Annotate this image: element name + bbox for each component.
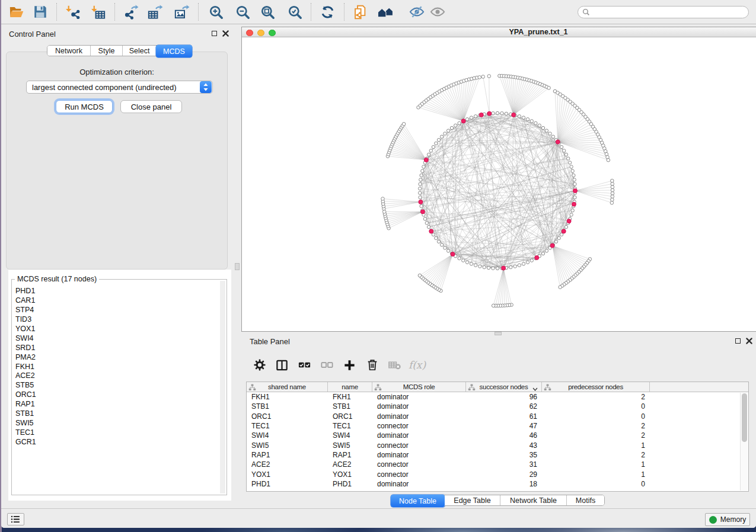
app-window: Control Panel NetworkStyleSelectMCDS Opt… [1,0,756,528]
table-scrollbar-thumb[interactable] [742,393,747,442]
show-hidden-eye-icon[interactable] [426,2,449,21]
table-row[interactable]: ORC1ORC1dominator610 [247,412,748,421]
vertical-splitter-handle[interactable] [235,263,240,270]
add-column-icon[interactable] [343,358,356,372]
tab-select[interactable]: Select [123,46,157,56]
tab-edge-table[interactable]: Edge Table [445,495,500,505]
mcds-result-item[interactable]: PMA2 [13,353,220,363]
mcds-result-item[interactable]: YOX1 [13,325,220,334]
select-all-rows-icon[interactable] [298,358,311,372]
mcds-result-item[interactable]: PHD1 [13,287,220,296]
window-close-traffic-light[interactable] [246,30,253,37]
column-header-MCDS-role[interactable]: MCDS role [372,382,466,392]
export-image-icon[interactable] [170,2,193,21]
mcds-result-item[interactable]: GCR1 [13,438,220,447]
tab-network[interactable]: Network [47,46,91,56]
import-table-icon[interactable] [87,2,110,21]
export-network-icon[interactable] [119,2,143,21]
function-builder-icon[interactable]: f(x) [410,358,424,372]
mcds-result-item[interactable]: STB1 [13,409,220,419]
import-network-icon[interactable] [60,2,84,21]
column-type-icon [468,384,476,392]
window-maximize-traffic-light[interactable] [269,30,276,37]
mcds-result-item[interactable]: TEC1 [13,428,220,438]
mcds-list-scrollbar[interactable] [220,281,225,493]
network-view-titlebar[interactable]: YPA_prune.txt_1 [242,27,756,37]
table-row[interactable]: YOX1YOX1connector291 [247,470,748,479]
toolbar-separator [311,3,311,21]
mcds-result-item[interactable]: CAR1 [13,296,220,306]
save-session-icon[interactable] [28,2,52,21]
column-header-predecessor-nodes[interactable]: predecessor nodes [542,382,650,392]
close-table-panel-icon[interactable] [746,338,752,344]
cell-MCDS-role: dominator [372,392,466,402]
open-folder-icon[interactable] [5,2,28,21]
mcds-result-item[interactable]: RAP1 [13,400,220,409]
mcds-result-item[interactable]: STP4 [13,306,220,315]
column-header-shared-name[interactable]: shared name [247,382,328,392]
table-row[interactable]: SWI4SWI4dominator462 [247,431,748,440]
table-row[interactable]: TEC1TEC1connector472 [247,421,748,431]
show-panels-list-button[interactable] [7,513,24,525]
table-row[interactable]: ACE2ACE2connector311 [247,460,748,469]
network-view-title: YPA_prune.txt_1 [509,28,567,36]
cell-predecessor-nodes: 1 [542,441,650,450]
toggle-column-view-icon[interactable] [275,358,289,372]
tab-style[interactable]: Style [91,46,123,56]
table-scrollbar[interactable] [740,393,748,491]
close-panel-button[interactable]: Close panel [120,100,182,113]
cell-successor-nodes: 62 [466,402,542,411]
mcds-result-item[interactable]: SWI5 [13,419,220,428]
window-minimize-traffic-light[interactable] [257,30,264,37]
float-panel-icon[interactable] [212,31,217,36]
memory-button[interactable]: Memory [705,513,750,526]
cell-shared-name: PHD1 [247,479,328,489]
table-row[interactable]: SWI5SWI5connector431 [247,441,748,450]
cell-MCDS-role: dominator [372,431,466,440]
search-input[interactable] [592,8,748,17]
mcds-result-item[interactable]: SRD1 [13,344,220,353]
delete-table-icon[interactable] [388,358,401,372]
table-row[interactable]: STB1STB1dominator620 [247,402,748,411]
run-mcds-button[interactable]: Run MCDS [56,100,113,113]
mcds-result-item[interactable]: TID3 [13,315,220,325]
table-panel: Table Panel [241,336,756,508]
delete-column-trash-icon[interactable] [365,358,379,372]
zoom-selected-icon[interactable] [283,2,307,21]
mcds-result-group-title: MCDS result (17 nodes) [15,275,99,283]
mcds-result-item[interactable]: FKH1 [13,363,220,372]
mcds-result-item[interactable]: SWI4 [13,334,220,344]
table-row[interactable]: RAP1RAP1dominator352 [247,450,748,460]
table-row[interactable]: FKH1FKH1dominator962 [247,392,748,402]
zoom-out-icon[interactable] [231,2,254,21]
zoom-fit-icon[interactable] [256,2,280,21]
tab-node-table[interactable]: Node Table [391,495,445,507]
show-all-networks-icon[interactable] [374,2,397,21]
cell-successor-nodes: 29 [466,470,542,479]
settings-gear-icon[interactable] [253,358,266,372]
column-header-name[interactable]: name [328,382,372,392]
table-row[interactable]: PHD1PHD1dominator180 [247,479,748,489]
hide-selected-eye-slash-icon[interactable] [405,2,429,21]
mcds-result-item[interactable]: ORC1 [13,390,220,400]
zoom-in-icon[interactable] [204,2,228,21]
status-bar: Memory [1,508,756,528]
mcds-result-list[interactable]: PHD1CAR1STP4TID3YOX1SWI4SRD1PMA2FKH1ACE2… [13,287,220,493]
close-panel-icon[interactable] [222,30,229,37]
network-canvas[interactable] [242,37,756,331]
horizontal-splitter-handle[interactable] [495,332,502,335]
tab-mcds[interactable]: MCDS [156,45,192,57]
column-header-successor-nodes[interactable]: successor nodes [466,382,542,392]
tab-network-table[interactable]: Network Table [500,495,567,505]
mcds-result-item[interactable]: ACE2 [13,371,220,381]
float-table-panel-icon[interactable] [735,338,741,344]
search-box[interactable] [578,6,749,18]
unselect-all-rows-icon[interactable] [320,358,334,372]
tab-motifs[interactable]: Motifs [567,495,604,505]
export-table-icon[interactable] [143,2,167,21]
table-panel-tabs: Node TableEdge TableNetwork TableMotifs [391,495,605,506]
criterion-dropdown[interactable]: largest connected component (undirected) [26,81,213,94]
clone-network-icon[interactable] [348,2,372,21]
refresh-layout-icon[interactable] [315,2,339,21]
mcds-result-item[interactable]: STB5 [13,381,220,390]
